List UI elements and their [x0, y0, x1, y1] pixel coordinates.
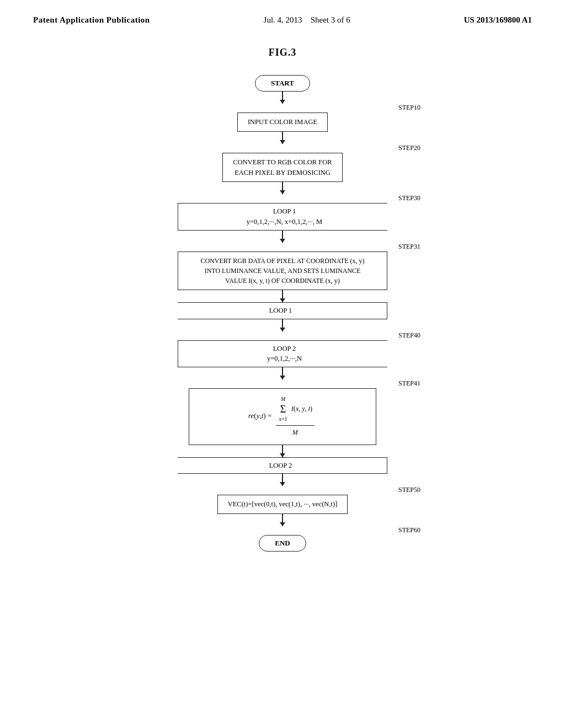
formula-fraction: M Σ x=1 I(x, y, t) M: [276, 394, 315, 439]
step10-label: STEP10: [398, 104, 420, 112]
step50-label-row: STEP50: [145, 486, 420, 494]
figure-title: FIG.3: [269, 47, 297, 58]
page-header: Patent Application Publication Jul. 4, 2…: [0, 0, 565, 25]
formula-numerator: M Σ x=1 I(x, y, t): [276, 394, 315, 426]
step40-label-row: STEP40: [145, 331, 420, 340]
summation-symbol: M Σ x=1: [279, 394, 287, 424]
arrow-3: [282, 182, 283, 194]
sum-upper: M: [281, 394, 285, 404]
step41-label: STEP41: [398, 379, 420, 388]
step10-node: INPUT COLOR IMAGE: [237, 113, 328, 132]
step41-formula-node: re(y,t) = M Σ x=1 I(x, y, t) M: [189, 388, 376, 445]
loop2-start-node: LOOP 2y=0,1,2,···,N: [178, 340, 387, 368]
header-date-sheet: Jul. 4, 2013 Sheet 3 of 6: [264, 15, 350, 25]
arrow-4: [282, 231, 283, 243]
step60-label: STEP60: [398, 526, 420, 534]
step31-label-row: STEP31: [145, 243, 420, 251]
step20-label: STEP20: [398, 144, 420, 152]
formula-lhs: re(y,t) =: [248, 411, 271, 420]
arrow-5: [282, 290, 283, 302]
arrow-10: [282, 514, 283, 526]
start-node: START: [255, 75, 310, 92]
header-publisher: Patent Application Publication: [33, 15, 150, 25]
step41-label-row: STEP41: [145, 379, 420, 388]
step40-label: STEP40: [398, 331, 420, 340]
arrow-7: [282, 367, 283, 379]
step30-label: STEP30: [398, 194, 420, 202]
formula-content: re(y,t) = M Σ x=1 I(x, y, t) M: [200, 394, 365, 439]
step60-label-row: STEP60: [145, 526, 420, 534]
end-node: END: [259, 535, 306, 552]
arrow-9: [282, 474, 283, 486]
step50-node: VEC(t)=[vec(0,t), vec(1,t), ···, vec(N,t…: [217, 495, 348, 514]
step31-label: STEP31: [398, 243, 420, 251]
loop1-start-node: LOOP 1y=0,1,2,···,N, x=0,1,2,···, M: [178, 203, 387, 231]
step20-label-row: STEP20: [145, 144, 420, 152]
loop2-end-node: LOOP 2: [178, 457, 387, 474]
sum-sigma: Σ: [280, 404, 286, 414]
arrow-6: [282, 319, 283, 331]
arrow-2: [282, 132, 283, 144]
arrow-1: [282, 92, 283, 104]
header-patent-number: US 2013/169800 A1: [464, 15, 532, 25]
step31-node: CONVERT RGB DATA OF PIXEL AT COORDINATE …: [178, 251, 387, 290]
step30-label-row: STEP30: [145, 194, 420, 202]
step50-label: STEP50: [398, 486, 420, 494]
flowchart: START STEP10 INPUT COLOR IMAGE STEP20 CO…: [117, 75, 448, 552]
main-content: FIG.3 START STEP10 INPUT COLOR IMAGE STE…: [0, 25, 565, 552]
step10-label-row: STEP10: [145, 104, 420, 112]
arrow-8: [282, 445, 283, 457]
loop1-end-node: LOOP 1: [178, 302, 387, 319]
formula-denominator: M: [290, 426, 300, 439]
step20-node: CONVERT TO RGB COLOR FOREACH PIXEL BY DE…: [222, 153, 342, 183]
sum-lower: x=1: [279, 414, 287, 424]
